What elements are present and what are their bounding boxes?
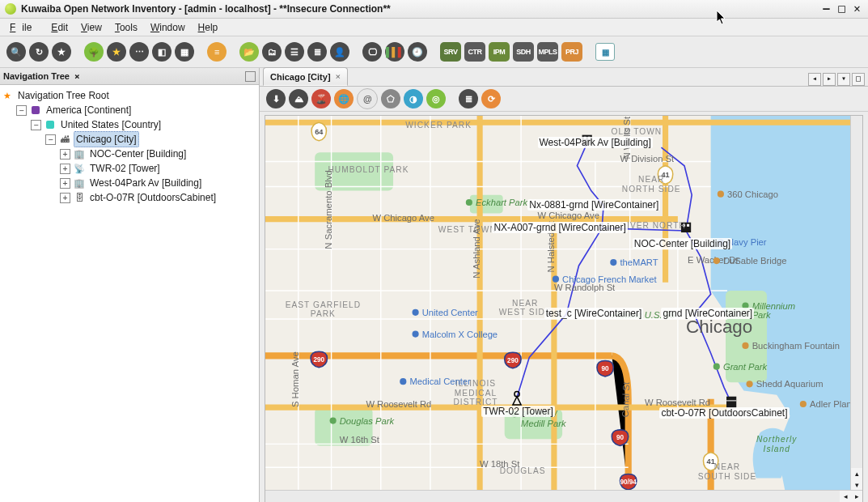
tree-twr[interactable]: + 📡 TWR-02 [Tower] bbox=[2, 161, 257, 176]
tool-open-icon[interactable]: 📂 bbox=[239, 42, 259, 62]
tool-ipm-badge[interactable]: IPM bbox=[489, 42, 510, 62]
tree-root[interactable]: ★ Navigation Tree Root bbox=[2, 88, 257, 103]
map-leaf-icon[interactable]: ◎ bbox=[426, 89, 446, 108]
toggle-icon[interactable]: + bbox=[60, 164, 70, 174]
map-node-label-west04[interactable]: West-04Park Av [Building] bbox=[538, 137, 653, 148]
document-area: Chicago [City] × ◂ ▸ ▾ □ ⬇ ⛰ 🌋 🌐 @ ⬠ ◑ ◎… bbox=[260, 68, 868, 502]
svg-text:WICKER PARK: WICKER PARK bbox=[405, 121, 472, 130]
window-close-button[interactable]: ✕ bbox=[851, 3, 863, 15]
scroll-right-icon[interactable]: ▸ bbox=[851, 491, 862, 502]
tree-usa[interactable]: − United States [Country] bbox=[2, 117, 257, 132]
map-viewport[interactable]: 644141290290909090/94 WICKER PARKOLD TOW… bbox=[265, 116, 851, 491]
tree-chicago[interactable]: − 🏙 Chicago [City] bbox=[2, 132, 257, 147]
navigation-tree[interactable]: ★ Navigation Tree Root − America [Contin… bbox=[0, 85, 259, 208]
tree-west04[interactable]: + 🏢 West-04Park Av [Building] bbox=[2, 176, 257, 190]
tool-star-icon[interactable]: ★ bbox=[107, 42, 126, 62]
scroll-down-icon[interactable]: ▾ bbox=[851, 479, 862, 491]
map-globe-icon[interactable]: 🌐 bbox=[334, 89, 354, 108]
tool-link-icon[interactable]: ⋯ bbox=[129, 42, 149, 62]
menu-edit[interactable]: Edit bbox=[44, 20, 74, 35]
map-node-label-grnd[interactable]: grnd [WireContainer] bbox=[661, 308, 754, 319]
map-terrain-icon[interactable]: 🌋 bbox=[311, 89, 331, 108]
main-toolbar: 🔍 ↻ ★ 🌳 ★ ⋯ ◧ ▦ ≡ 📂 🗂 ☰ ≣ 👤 🖵 ▌▌▌ 🕘 SRV … bbox=[0, 36, 868, 68]
tool-palette-icon[interactable]: ◧ bbox=[152, 42, 171, 62]
tool-mpls-badge[interactable]: MPLS bbox=[537, 42, 558, 62]
menu-file[interactable]: File bbox=[3, 20, 44, 35]
tool-document-icon[interactable]: ☰ bbox=[285, 42, 304, 62]
toggle-icon[interactable]: + bbox=[60, 178, 70, 189]
tab-close-icon[interactable]: × bbox=[336, 71, 341, 82]
svg-point-112 bbox=[413, 330, 419, 337]
toggle-icon[interactable]: − bbox=[45, 134, 56, 145]
map-node-label-nxa007[interactable]: NX-A007-grnd [WireContainer] bbox=[492, 222, 627, 233]
tab-maximize[interactable]: □ bbox=[852, 73, 865, 86]
toggle-icon[interactable]: − bbox=[16, 105, 27, 116]
app-icon bbox=[5, 3, 16, 15]
tool-grid-icon[interactable]: ▦ bbox=[175, 42, 194, 62]
tool-warning-icon[interactable]: ≡ bbox=[207, 42, 227, 62]
tool-clock-icon[interactable]: 🕘 bbox=[408, 42, 427, 62]
toggle-icon[interactable]: + bbox=[60, 149, 70, 160]
navigation-panel-undock[interactable] bbox=[245, 71, 256, 82]
toggle-icon[interactable]: − bbox=[31, 120, 41, 130]
map-node-label-nx0881[interactable]: Nx-0881-grnd [WireContainer] bbox=[527, 199, 660, 211]
menu-view[interactable]: View bbox=[74, 20, 108, 35]
tool-refresh-icon[interactable]: ↻ bbox=[29, 42, 49, 62]
map-at-icon[interactable]: @ bbox=[357, 88, 378, 109]
svg-text:W 16th St: W 16th St bbox=[340, 435, 380, 445]
tool-device-icon[interactable]: 🖵 bbox=[362, 42, 382, 62]
map-swirl-icon[interactable]: ⟳ bbox=[481, 89, 501, 108]
svg-text:NEAR: NEAR bbox=[714, 462, 740, 471]
map-relief-icon[interactable]: ⛰ bbox=[289, 89, 308, 108]
tool-move-icon[interactable]: 🗂 bbox=[262, 42, 282, 62]
map-node-label-noc[interactable]: NOC-Center [Building] bbox=[633, 238, 732, 249]
map-list-icon[interactable]: ≣ bbox=[459, 89, 478, 108]
navigation-panel: Navigation Tree × ★ Navigation Tree Root… bbox=[0, 68, 260, 502]
window-maximize-button[interactable]: □ bbox=[836, 3, 848, 15]
tool-search-icon[interactable]: 🔍 bbox=[6, 42, 26, 62]
map-node-label-test_c[interactable]: test_c [WireContainer] bbox=[544, 308, 644, 319]
menu-help[interactable]: Help bbox=[192, 20, 225, 35]
tool-chart-icon[interactable]: ▌▌▌ bbox=[385, 42, 404, 62]
map-download-icon[interactable]: ⬇ bbox=[266, 89, 286, 108]
map-node-label-twr[interactable]: TWR-02 [Tower] bbox=[481, 406, 555, 417]
tool-calendar-icon[interactable]: ▦ bbox=[595, 43, 615, 61]
tool-list-icon[interactable]: ≣ bbox=[307, 42, 327, 62]
tab-scroll-left[interactable]: ◂ bbox=[808, 73, 821, 86]
tool-sdh-badge[interactable]: SDH bbox=[513, 42, 534, 62]
window-minimize-button[interactable]: — bbox=[820, 3, 832, 15]
tree-america[interactable]: − America [Continent] bbox=[2, 103, 257, 117]
svg-text:theMART: theMART bbox=[620, 257, 658, 267]
tool-prj-badge[interactable]: PRJ bbox=[561, 42, 582, 62]
tool-user-icon[interactable]: 👤 bbox=[330, 42, 349, 62]
tool-favorite-icon[interactable]: ★ bbox=[52, 42, 71, 62]
svg-text:W Chicago Ave: W Chicago Ave bbox=[373, 213, 434, 223]
map-vertical-scrollbar[interactable]: ▴ ▾ bbox=[850, 116, 862, 491]
map-horizontal-scrollbar[interactable]: ◂ ▸ bbox=[265, 490, 862, 502]
scroll-up-icon[interactable]: ▴ bbox=[851, 468, 862, 479]
tab-dropdown[interactable]: ▾ bbox=[837, 73, 850, 86]
scroll-left-icon[interactable]: ◂ bbox=[840, 491, 851, 502]
svg-text:WEST SIDE: WEST SIDE bbox=[499, 308, 552, 317]
tool-tree-icon[interactable]: 🌳 bbox=[84, 42, 104, 62]
svg-text:Medill Park: Medill Park bbox=[521, 419, 567, 428]
tree-cbt[interactable]: + 🗄 cbt-O-07R [OutdoorsCabinet] bbox=[2, 190, 257, 205]
menu-tools[interactable]: Tools bbox=[108, 20, 144, 35]
map-overlap-icon[interactable]: ◑ bbox=[404, 89, 423, 108]
tool-srv-badge[interactable]: SRV bbox=[440, 42, 461, 62]
map-node-label-cbt[interactable]: cbt-O-07R [OutdoorsCabinet] bbox=[659, 407, 789, 419]
toggle-icon[interactable]: + bbox=[60, 193, 70, 203]
svg-text:N Ashland Ave: N Ashland Ave bbox=[472, 219, 481, 278]
svg-text:Park: Park bbox=[752, 310, 772, 320]
tab-chicago[interactable]: Chicago [City] × bbox=[263, 67, 348, 86]
svg-text:MEDICAL: MEDICAL bbox=[455, 389, 497, 398]
navigation-panel-close[interactable]: × bbox=[74, 71, 80, 82]
tree-noc[interactable]: + 🏢 NOC-Center [Building] bbox=[2, 147, 257, 161]
map-shape-icon[interactable]: ⬠ bbox=[381, 89, 400, 108]
tool-ctr-badge[interactable]: CTR bbox=[464, 42, 485, 62]
svg-text:Island: Island bbox=[764, 445, 790, 453]
menu-window[interactable]: Window bbox=[144, 20, 192, 35]
svg-point-90 bbox=[553, 276, 559, 283]
tab-scroll-right[interactable]: ▸ bbox=[823, 73, 836, 86]
svg-text:290: 290 bbox=[507, 357, 519, 364]
